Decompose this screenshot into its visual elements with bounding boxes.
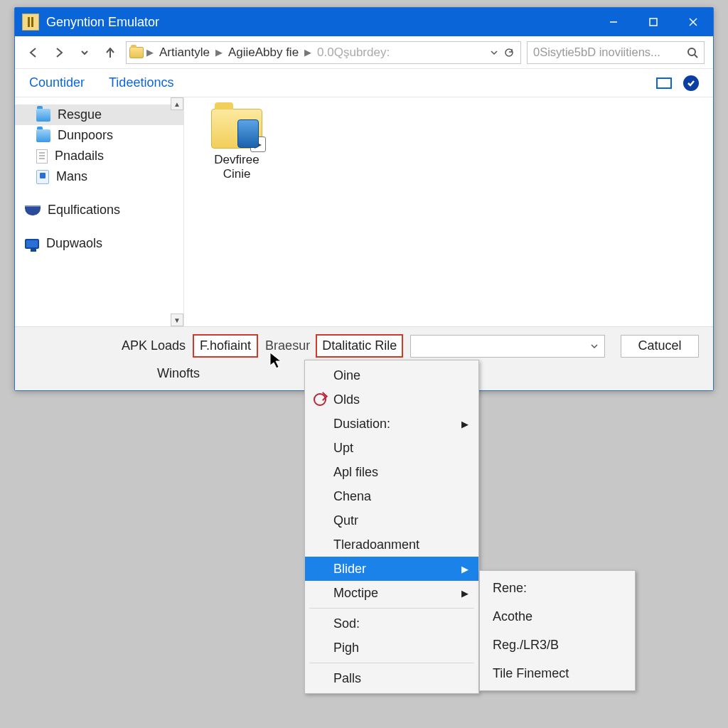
context-submenu: Rene: Acothe Reg./LR3/B Tile Finemect <box>479 570 636 691</box>
content-pane[interactable]: Devfiree Cinie <box>184 97 713 326</box>
menu-item-upt[interactable]: Upt <box>305 436 478 460</box>
svg-point-6 <box>688 48 695 55</box>
svg-line-7 <box>695 55 697 58</box>
minimize-button[interactable] <box>594 8 633 36</box>
tab-countider[interactable]: Countider <box>29 75 85 90</box>
nav-row: ▶ Artiantyle ▶ AgiieAbby fie ▶ 0.0Qşubrd… <box>15 36 713 69</box>
submenu-arrow-icon: ▶ <box>461 419 469 429</box>
window-title: Genyntion Emulator <box>46 15 159 30</box>
folder-icon <box>36 129 50 142</box>
scroll-up-button[interactable]: ▲ <box>171 97 183 110</box>
menu-item-sod[interactable]: Sod: <box>305 611 478 636</box>
menu-item-pigh[interactable]: Pigh <box>305 636 478 660</box>
sidebar-item-resgue[interactable]: Resgue <box>15 105 183 125</box>
sidebar-item-label: Mans <box>56 169 87 184</box>
back-button[interactable] <box>23 43 43 63</box>
app-icon <box>22 14 39 31</box>
document-icon <box>36 149 48 164</box>
chevron-right-icon: ▶ <box>146 47 154 58</box>
highlighted-box-2[interactable]: Dtalitatic Rile <box>316 334 403 358</box>
svg-rect-1 <box>650 18 657 26</box>
confirm-icon[interactable] <box>683 75 699 91</box>
sidebar-group-label: Equlfications <box>48 203 120 218</box>
submenu-arrow-icon: ▶ <box>461 564 469 574</box>
file-label: Devfiree Cinie <box>201 153 272 182</box>
sidebar-group-equlfications[interactable]: Equlfications <box>15 200 183 220</box>
submenu-item-reg[interactable]: Reg./LR3/B <box>480 631 635 659</box>
folder-icon <box>36 109 50 122</box>
system-icon <box>36 170 49 184</box>
submenu-arrow-icon: ▶ <box>461 588 469 599</box>
menu-item-olds[interactable]: Olds <box>305 387 478 412</box>
refresh-icon[interactable] <box>503 47 515 58</box>
tab-tideetioncs[interactable]: Tideetioncs <box>109 75 173 90</box>
submenu-item-rene[interactable]: Rene: <box>480 574 635 602</box>
folder-large-icon <box>211 109 262 149</box>
sidebar-item-dunpoors[interactable]: Dunpoors <box>15 125 183 146</box>
menu-item-tleradoanment[interactable]: Tleradoanment <box>305 532 478 557</box>
up-button[interactable] <box>100 43 120 63</box>
filename-label: APK Loads <box>122 338 186 353</box>
menu-item-palls[interactable]: Palls <box>305 666 478 690</box>
menu-separator <box>309 608 474 609</box>
maximize-button[interactable] <box>633 8 673 36</box>
menu-item-dusiation[interactable]: Dusiation:▶ <box>305 412 478 436</box>
sidebar: ▲ Resgue Dunpoors Pnadails Mans Equlfica… <box>15 97 184 326</box>
file-item-devfiree[interactable]: Devfiree Cinie <box>201 109 272 182</box>
sidebar-item-label: Resgue <box>58 107 102 122</box>
scroll-down-button[interactable]: ▼ <box>171 314 183 326</box>
context-menu: Oine Olds Dusiation:▶ Upt Apl files Chen… <box>304 360 479 694</box>
toolbar: Countider Tideetioncs <box>15 69 713 97</box>
chevron-right-icon: ▶ <box>215 47 223 58</box>
highlighted-box-1[interactable]: F.hofiaint <box>193 334 258 358</box>
forward-button[interactable] <box>49 43 69 63</box>
menu-separator <box>309 663 474 663</box>
recent-dropdown[interactable] <box>75 43 95 63</box>
sidebar-item-label: Pnadails <box>55 149 104 164</box>
breadcrumb-segment[interactable]: AgiieAbby fie <box>225 46 301 60</box>
sidebar-item-pnadails[interactable]: Pnadails <box>15 146 183 166</box>
menu-item-moctipe[interactable]: Moctipe▶ <box>305 581 478 605</box>
cancel-button[interactable]: Catucel <box>621 335 699 358</box>
view-mode-icon[interactable] <box>656 77 672 89</box>
sidebar-item-label: Dunpoors <box>58 128 113 143</box>
chevron-right-icon: ▶ <box>304 47 311 58</box>
compass-icon <box>314 393 326 406</box>
menu-item-qutr[interactable]: Qutr <box>305 508 478 532</box>
chevron-down-icon <box>590 342 599 350</box>
shortcut-overlay-icon <box>250 136 266 152</box>
tree: Resgue Dunpoors Pnadails Mans Equlficati… <box>15 97 183 254</box>
filetype-combo[interactable] <box>410 335 605 358</box>
submenu-item-tile-finemect[interactable]: Tile Finemect <box>480 659 635 687</box>
breadcrumb-segment[interactable]: Artiantyle <box>156 46 213 60</box>
folder-icon <box>129 47 144 58</box>
address-bar[interactable]: ▶ Artiantyle ▶ AgiieAbby fie ▶ 0.0Qşubrd… <box>126 41 521 64</box>
body-area: ▲ Resgue Dunpoors Pnadails Mans Equlfica… <box>15 97 713 326</box>
menu-item-chena[interactable]: Chena <box>305 484 478 508</box>
titlebar[interactable]: Genyntion Emulator <box>15 8 713 36</box>
sidebar-group-dupwaols[interactable]: Dupwaols <box>15 233 183 254</box>
search-input[interactable]: 0Sisytie5bD inoviitiens... <box>527 41 705 64</box>
sidebar-item-mans[interactable]: Mans <box>15 166 183 187</box>
chevron-down-icon[interactable] <box>489 48 499 58</box>
menu-item-apl-files[interactable]: Apl files <box>305 460 478 484</box>
monitor-icon <box>25 239 39 249</box>
menu-item-oine[interactable]: Oine <box>305 363 478 387</box>
sidebar-group-label: Dupwaols <box>46 236 102 251</box>
search-placeholder: 0Sisytie5bD inoviitiens... <box>533 46 660 59</box>
breadcrumb-segment-ghost[interactable]: 0.0Qşubrdey: <box>314 46 392 60</box>
text-braesur: Braesur <box>265 338 310 353</box>
menu-item-blider[interactable]: Blider▶ <box>305 557 478 581</box>
window-controls <box>594 8 713 36</box>
file-dialog-window: Genyntion Emulator ▶ Artiantyle ▶ AgiieA… <box>14 7 714 391</box>
close-button[interactable] <box>673 8 713 36</box>
bowl-icon <box>25 205 41 215</box>
submenu-item-acothe[interactable]: Acothe <box>480 602 635 631</box>
search-icon <box>687 47 698 58</box>
